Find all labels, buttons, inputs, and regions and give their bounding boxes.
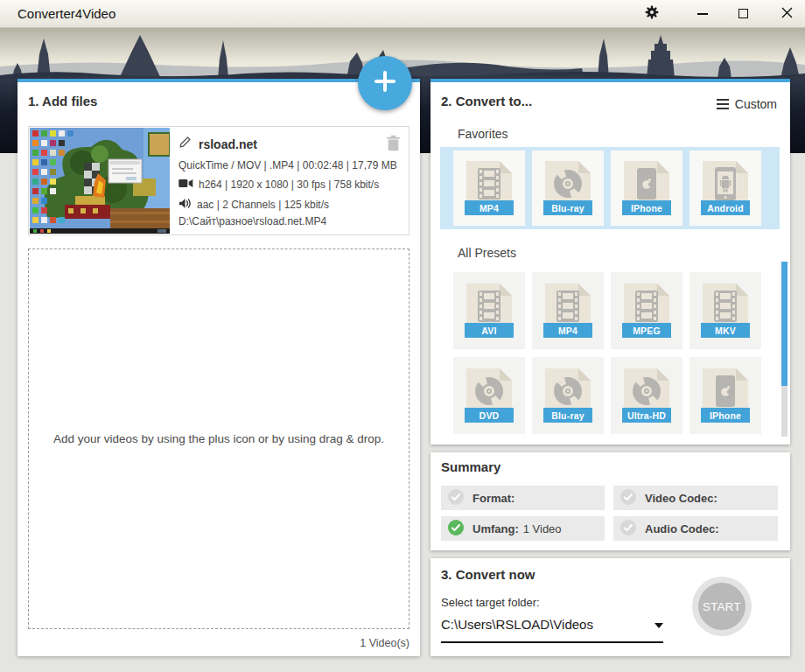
convert-to-panel: 2. Convert to... Custom Favorites bbox=[430, 79, 790, 444]
convert-to-heading: 2. Convert to... bbox=[441, 94, 532, 108]
maximize-icon bbox=[738, 9, 748, 18]
drag-drop-zone[interactable]: Add your videos by using the plus icon o… bbox=[28, 248, 410, 629]
close-icon bbox=[781, 6, 793, 22]
preset-label: Android bbox=[701, 200, 750, 215]
add-files-panel: 1. Add files bbox=[18, 79, 420, 656]
video-thumbnail bbox=[30, 128, 170, 234]
file-video-line: h264 | 1920 x 1080 | 30 fps | 758 kbit/s bbox=[178, 178, 379, 191]
summary-item-audio-codec: Audio Codec: bbox=[613, 516, 778, 541]
preset-tile-iphone[interactable]: IPhone bbox=[611, 150, 682, 226]
preset-tile-mpeg[interactable]: MPEG bbox=[611, 272, 682, 349]
summary-item-format: Format: bbox=[441, 486, 605, 510]
preset-label: MKV bbox=[701, 323, 750, 338]
trash-icon bbox=[386, 139, 401, 154]
dropdown-caret-icon bbox=[654, 616, 663, 632]
hamburger-icon bbox=[717, 99, 729, 109]
preset-tile-bluray-all[interactable]: Blu-ray bbox=[532, 357, 604, 434]
all-presets-label: All Presets bbox=[458, 246, 516, 260]
file-audio-line: aac | 2 Channels | 125 kbit/s bbox=[178, 198, 329, 212]
check-circle-icon bbox=[620, 489, 636, 508]
preset-label: AVI bbox=[465, 323, 514, 338]
preset-label: Blu-ray bbox=[543, 408, 592, 423]
file-name: rsload.net bbox=[199, 137, 257, 151]
minimize-button[interactable] bbox=[690, 0, 716, 27]
preset-label: MP4 bbox=[543, 323, 592, 338]
summary-heading: Summary bbox=[441, 459, 500, 474]
delete-file-button[interactable] bbox=[386, 135, 401, 155]
check-circle-icon bbox=[620, 520, 636, 538]
window-title: Converter4Video bbox=[18, 0, 116, 27]
convert-now-heading: 3. Convert now bbox=[441, 567, 536, 582]
video-count-label: 1 Video(s) bbox=[360, 637, 410, 649]
preset-label: Blu-ray bbox=[543, 200, 592, 215]
dropzone-hint: Add your videos by using the plus icon o… bbox=[53, 432, 384, 445]
preset-tile-mp4-all[interactable]: MP4 bbox=[532, 272, 604, 349]
check-circle-icon-green bbox=[448, 520, 464, 538]
target-folder-label: Select target folder: bbox=[441, 596, 540, 609]
custom-button[interactable]: Custom bbox=[717, 97, 777, 111]
file-format-line: QuickTime / MOV | .MP4 | 00:02:48 | 17,7… bbox=[178, 159, 397, 172]
add-files-plus-button[interactable] bbox=[358, 56, 412, 110]
maximize-button[interactable] bbox=[730, 0, 756, 27]
target-folder-select[interactable]: C:\Users\RSLOAD\Videos bbox=[441, 616, 663, 643]
convert-now-panel: 3. Convert now Select target folder: C:\… bbox=[430, 558, 790, 656]
minimize-icon bbox=[697, 13, 708, 15]
target-folder-value: C:\Users\RSLOAD\Videos bbox=[441, 617, 593, 632]
preset-tile-ultrahd[interactable]: Ultra-HD bbox=[611, 357, 682, 434]
preset-tile-mkv[interactable]: MKV bbox=[690, 272, 761, 349]
all-presets-grid: AVI MP4 bbox=[453, 272, 761, 434]
preset-tile-mp4[interactable]: MP4 bbox=[453, 150, 525, 226]
preset-tile-iphone-all[interactable]: IPhone bbox=[690, 357, 761, 434]
file-path: D:\Сайт\разное\rsload.net.MP4 bbox=[178, 215, 326, 228]
preset-label: IPhone bbox=[701, 408, 750, 423]
summary-item-umfang: Umfang: 1 Video bbox=[441, 516, 605, 541]
summary-item-video-codec: Video Codec: bbox=[613, 486, 778, 510]
preset-tile-dvd[interactable]: DVD bbox=[453, 357, 525, 434]
scrollbar-track bbox=[781, 386, 788, 437]
favorites-label: Favorites bbox=[458, 127, 508, 141]
start-button-label: START bbox=[703, 600, 741, 613]
preset-label: IPhone bbox=[622, 200, 671, 215]
video-camera-icon bbox=[178, 178, 193, 191]
preset-label: MPEG bbox=[622, 323, 671, 338]
preset-tile-android[interactable]: Android bbox=[690, 150, 761, 226]
preset-label: MP4 bbox=[465, 200, 514, 215]
start-button[interactable]: START bbox=[692, 577, 752, 636]
video-file-card[interactable]: rsload.net QuickTime / MOV | .MP4 | 00:0… bbox=[28, 126, 410, 235]
preset-label: Ultra-HD bbox=[622, 408, 671, 423]
preset-tile-bluray[interactable]: Blu-ray bbox=[532, 150, 604, 226]
favorites-strip: MP4 Blu-ray bbox=[440, 147, 780, 229]
plus-icon bbox=[372, 68, 398, 98]
speaker-icon bbox=[178, 198, 192, 212]
titlebar: Converter4Video bbox=[0, 0, 805, 28]
gear-icon bbox=[645, 5, 659, 23]
scrollbar-thumb[interactable] bbox=[781, 262, 788, 386]
rename-pencil-icon[interactable] bbox=[178, 136, 192, 152]
add-files-heading: 1. Add files bbox=[28, 94, 97, 108]
preset-tile-avi[interactable]: AVI bbox=[453, 272, 525, 349]
preset-label: DVD bbox=[465, 408, 514, 423]
summary-panel: Summary Format: Video Codec: Umfang: 1 V… bbox=[430, 452, 790, 550]
check-circle-icon bbox=[448, 489, 464, 508]
close-button[interactable] bbox=[774, 0, 800, 27]
presets-scrollbar[interactable] bbox=[781, 262, 788, 437]
settings-button[interactable] bbox=[639, 0, 665, 27]
